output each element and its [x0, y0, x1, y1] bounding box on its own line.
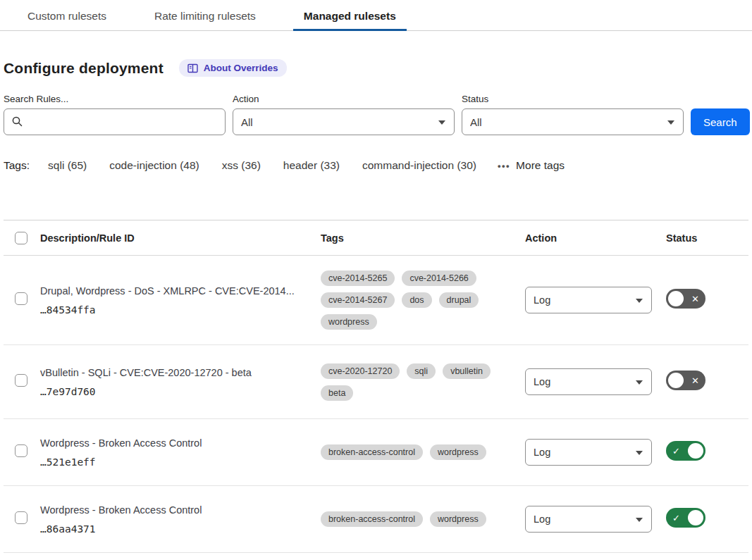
page-header: Configure deployment About Overrides [4, 59, 748, 77]
toggle-knob [688, 443, 703, 459]
tag-pill: cve-2014-5267 [321, 292, 395, 308]
status-toggle[interactable]: ✓ [666, 508, 705, 528]
tag-pill: sqli [407, 363, 436, 379]
search-rules-input[interactable] [4, 108, 226, 135]
tag-pill: wordpress [430, 444, 486, 460]
column-header-action: Action [525, 232, 666, 244]
toggle-knob [668, 373, 684, 388]
more-tags-button[interactable]: ••• More tags [498, 159, 565, 172]
column-header-status: Status [666, 232, 748, 244]
rule-id: …521e1eff [40, 456, 304, 468]
rule-tags: broken-access-controlwordpress [321, 502, 525, 537]
status-filter-select[interactable]: All [462, 108, 684, 135]
row-action-select[interactable]: Log [525, 506, 652, 533]
table-header-row: Description/Rule ID Tags Action Status [4, 220, 748, 256]
book-icon [187, 63, 198, 73]
rule-description: Drupal, Wordpress - DoS - XMLRPC - CVE:C… [40, 285, 304, 298]
ellipsis-icon: ••• [498, 161, 510, 171]
filter-bar: Search Rules... Action All Status [4, 94, 748, 135]
rule-description: vBulletin - SQLi - CVE:CVE-2020-12720 - … [40, 366, 304, 380]
tag-pill: cve-2020-12720 [321, 363, 400, 379]
rule-description: Wordpress - Broken Access Control [40, 437, 304, 450]
row-action-select[interactable]: Log [525, 368, 652, 395]
table-row: Wordpress - Broken Access Control …521e1… [4, 419, 748, 486]
status-filter-label: Status [462, 94, 684, 104]
tag-pill: cve-2014-5266 [402, 270, 476, 286]
tag-pill: drupal [439, 292, 479, 308]
rule-id: …86aa4371 [40, 523, 304, 535]
status-toggle[interactable]: ✕ [666, 371, 705, 390]
select-all-checkbox[interactable] [15, 232, 27, 244]
toggle-state-icon: ✕ [691, 294, 699, 304]
status-toggle[interactable]: ✕ [666, 289, 705, 309]
tag-pill: vbulletin [443, 363, 491, 379]
table-row: vBulletin - SQLi - CVE:CVE-2020-12720 - … [4, 345, 748, 419]
rules-table: Description/Rule ID Tags Action Status D… [4, 220, 748, 553]
search-icon [11, 116, 23, 127]
rule-id: …7e97d760 [40, 386, 304, 397]
rule-tags: cve-2020-12720sqlivbulletinbeta [321, 354, 525, 411]
search-button[interactable]: Search [691, 108, 750, 135]
tag-pill: beta [321, 385, 353, 401]
tag-filter-link[interactable]: code-injection (48) [109, 159, 199, 172]
tag-filter-link[interactable]: header (33) [283, 159, 340, 172]
row-checkbox[interactable] [15, 511, 27, 524]
tab-custom-rulesets[interactable]: Custom rulesets [17, 6, 117, 30]
action-filter-select[interactable]: All [233, 108, 455, 135]
column-header-tags: Tags [321, 232, 525, 244]
rule-tags: cve-2014-5265cve-2014-5266cve-2014-5267d… [321, 261, 525, 340]
status-toggle[interactable]: ✓ [666, 441, 705, 461]
tag-filter-link[interactable]: xss (36) [222, 159, 261, 172]
page-title: Configure deployment [4, 60, 164, 77]
tab-managed-rulesets[interactable]: Managed rulesets [293, 6, 407, 30]
search-rules-label: Search Rules... [4, 94, 226, 104]
action-filter-label: Action [233, 94, 455, 104]
about-overrides-label: About Overrides [204, 63, 278, 73]
tag-pill: dos [402, 292, 431, 308]
tags-label: Tags: [4, 159, 30, 172]
tag-pill: wordpress [430, 511, 486, 527]
ruleset-tabs: Custom rulesetsRate limiting rulesetsMan… [0, 0, 752, 31]
rule-tags: broken-access-controlwordpress [321, 435, 525, 470]
toggle-knob [688, 510, 703, 525]
toggle-state-icon: ✕ [691, 376, 699, 385]
tag-pill: broken-access-control [321, 511, 423, 527]
about-overrides-badge[interactable]: About Overrides [179, 59, 287, 77]
column-header-description: Description/Rule ID [40, 232, 321, 244]
tab-rate-limiting-rulesets[interactable]: Rate limiting rulesets [144, 6, 266, 30]
row-action-select[interactable]: Log [525, 287, 652, 313]
toggle-state-icon: ✓ [672, 447, 680, 456]
rule-description: Wordpress - Broken Access Control [40, 504, 304, 517]
toggle-knob [668, 291, 684, 306]
tag-filter-link[interactable]: sqli (65) [48, 159, 87, 172]
tags-bar: Tags: sqli (65)code-injection (48)xss (3… [4, 159, 748, 172]
row-action-select[interactable]: Log [525, 439, 652, 466]
rule-id: …84534ffa [40, 304, 304, 316]
table-row: Drupal, Wordpress - DoS - XMLRPC - CVE:C… [4, 256, 748, 345]
table-row: Wordpress - Broken Access Control …86aa4… [4, 486, 748, 553]
more-tags-label: More tags [516, 159, 565, 172]
toggle-state-icon: ✓ [672, 514, 680, 523]
tag-pill: broken-access-control [321, 444, 423, 460]
tag-pill: wordpress [321, 314, 377, 330]
row-checkbox[interactable] [15, 374, 27, 387]
row-checkbox[interactable] [15, 292, 27, 305]
tag-filter-link[interactable]: command-injection (30) [362, 159, 476, 172]
row-checkbox[interactable] [15, 444, 27, 457]
tag-pill: cve-2014-5265 [321, 270, 395, 286]
